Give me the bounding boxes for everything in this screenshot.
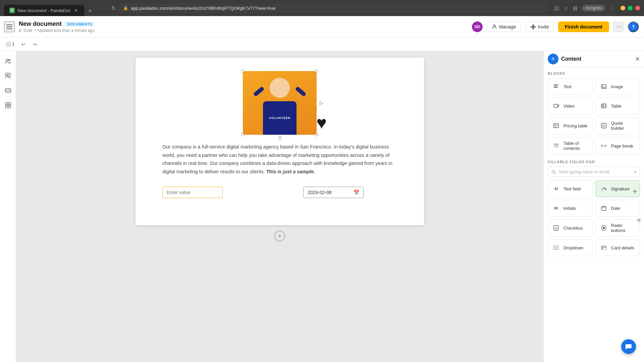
text-block-icon <box>551 82 561 91</box>
help-button[interactable]: ? <box>628 21 639 32</box>
resize-right[interactable]: ▷ <box>320 100 323 106</box>
active-tab[interactable]: P New document - PandaDoc ✕ <box>4 5 84 16</box>
radio-buttons-field-label: Radio buttons <box>611 223 637 233</box>
close-badge[interactable]: ✕ <box>637 218 641 223</box>
field-text-field[interactable]: AI Text field <box>548 180 593 197</box>
enter-value-input[interactable] <box>162 187 223 198</box>
doc-title-area: New document DOCUMENTS Draft • Updated l… <box>19 20 95 33</box>
panel-close-button[interactable]: ✕ <box>635 55 640 63</box>
undo-button[interactable]: ↩ <box>18 40 29 49</box>
block-page-break[interactable]: Page break <box>595 137 640 155</box>
svg-point-3 <box>493 25 495 27</box>
left-sidebar <box>0 51 16 362</box>
chat-widget-button[interactable] <box>621 339 636 354</box>
svg-rect-12 <box>8 106 11 108</box>
field-initials[interactable]: IN Initials <box>548 200 593 217</box>
split-screen-icon[interactable]: ⊟ <box>573 5 577 11</box>
field-signature[interactable]: Signature ✛ <box>595 180 640 197</box>
handle-br[interactable] <box>315 133 318 136</box>
panel-body: BLOCKS Text Image <box>544 67 644 362</box>
handle-bl[interactable] <box>241 133 244 136</box>
forward-button[interactable]: › <box>106 5 107 11</box>
field-checkbox[interactable]: Checkbox <box>548 219 593 237</box>
block-toc-label: Table of contents <box>564 141 589 151</box>
add-content-button[interactable]: + <box>548 54 558 64</box>
sidebar-icon-grid[interactable] <box>2 99 14 111</box>
status-dot <box>19 29 21 32</box>
page-break-block-icon <box>599 141 608 150</box>
volunteer-image: VOLUNTEER <box>243 71 317 135</box>
svg-rect-6 <box>5 73 8 75</box>
svg-rect-41 <box>553 246 559 250</box>
field-card-details[interactable]: Card details <box>595 239 640 256</box>
drag-crosshair-icon: ✛ <box>633 188 637 195</box>
more-options-button[interactable]: ⋯ <box>613 21 624 32</box>
sidebar-toggle-button[interactable] <box>4 21 15 32</box>
text-field-icon: AI <box>551 184 561 193</box>
date-field-label: Date <box>611 206 620 211</box>
block-image[interactable]: Image <box>595 78 640 95</box>
svg-text:$: $ <box>555 125 556 128</box>
toolbar: ⬜ 1 ↩ ↪ <box>0 38 644 51</box>
fillable-fields-section: FILLABLE FIELDS FOR ▾ AI Text field <box>548 160 640 256</box>
doc-canvas: VOLUNTEER ♥ ▷ ▽ <box>16 51 543 362</box>
browser-actions: ⊡ ☆ ⊟ Incognito ⋮ <box>554 5 615 11</box>
svg-rect-9 <box>5 103 8 105</box>
svg-point-7 <box>8 73 11 76</box>
manage-button[interactable]: Manage <box>487 22 521 32</box>
field-dropdown[interactable]: Dropdown <box>548 239 593 256</box>
svg-point-17 <box>602 85 603 86</box>
chevron-down-icon: ▾ <box>634 170 636 174</box>
reload-button[interactable]: ↻ <box>111 5 116 11</box>
svg-point-4 <box>6 59 8 61</box>
sidebar-icon-shapes[interactable] <box>2 70 14 82</box>
sidebar-icon-users[interactable] <box>2 55 14 67</box>
block-table-of-contents[interactable]: Table of contents <box>548 137 593 155</box>
address-bar[interactable]: 🔒 app.pandadoc.com/a/#/documents/2UzYiBK… <box>118 4 548 13</box>
handle-tl[interactable] <box>241 70 244 72</box>
doc-badge: DOCUMENTS <box>64 21 95 27</box>
image-container[interactable]: VOLUNTEER ♥ ▷ ▽ <box>243 71 317 135</box>
svg-rect-15 <box>554 87 558 88</box>
close-window-button[interactable] <box>635 6 640 10</box>
fillable-fields-grid: AI Text field Signature ✛ <box>548 180 640 256</box>
block-video[interactable]: Video <box>548 98 593 114</box>
minimize-button[interactable] <box>621 6 625 10</box>
star-icon[interactable]: ☆ <box>564 5 568 11</box>
svg-rect-10 <box>8 103 11 105</box>
new-tab-button[interactable]: + <box>86 6 95 16</box>
block-quote-builder[interactable]: Quote builder <box>595 117 640 134</box>
fillable-search-input[interactable] <box>559 169 632 174</box>
header-actions: SD Manage ➕ Invite Finish document ⋯ ? <box>472 21 639 32</box>
block-pricing-table-label: Pricing table <box>564 123 588 128</box>
page-icon: ⬜ <box>5 42 11 47</box>
back-button[interactable]: ‹ <box>100 5 102 11</box>
block-text[interactable]: Text <box>548 78 593 95</box>
doc-page: VOLUNTEER ♥ ▷ ▽ <box>136 58 424 225</box>
invite-button[interactable]: ➕ Invite <box>525 22 554 32</box>
blocks-section-label: BLOCKS <box>548 71 640 75</box>
add-block-button[interactable]: + <box>274 231 285 241</box>
handle-tr[interactable] <box>315 70 318 72</box>
tab-close-btn[interactable]: ✕ <box>73 7 79 14</box>
date-field[interactable]: 2024-02-08 📅 <box>303 187 364 198</box>
block-image-label: Image <box>611 84 623 89</box>
calendar-icon: 📅 <box>354 190 359 195</box>
signature-field-label: Signature <box>611 186 630 191</box>
maximize-button[interactable] <box>628 6 633 10</box>
finish-document-button[interactable]: Finish document <box>558 21 609 32</box>
quote-builder-block-icon <box>599 121 608 130</box>
toc-block-icon <box>551 141 561 150</box>
resize-bottom[interactable]: ▽ <box>278 135 282 141</box>
panel-top-row: + Content ✕ <box>544 51 644 67</box>
sidebar-icon-code[interactable] <box>2 84 14 97</box>
field-radio-buttons[interactable]: Radio buttons ✕ <box>595 219 640 237</box>
block-pricing-table[interactable]: $ Pricing table <box>548 117 593 134</box>
field-date[interactable]: Date <box>595 200 640 217</box>
search-icon <box>551 170 556 174</box>
block-table[interactable]: Table <box>595 98 640 114</box>
extensions-icon[interactable]: ⋮ <box>610 5 615 11</box>
block-table-label: Table <box>611 104 622 109</box>
cast-icon[interactable]: ⊡ <box>554 5 559 11</box>
redo-button[interactable]: ↪ <box>30 40 40 49</box>
